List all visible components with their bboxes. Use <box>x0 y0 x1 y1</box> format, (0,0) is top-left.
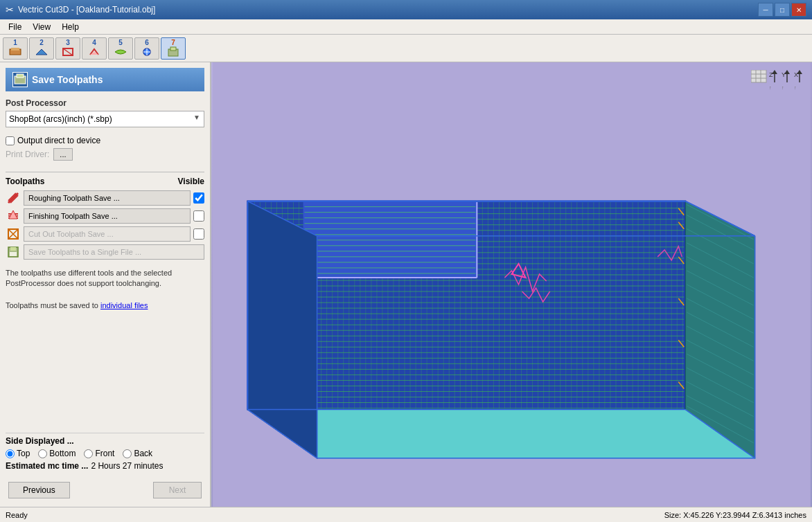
bottom-radio-label: Bottom <box>49 449 76 458</box>
step-buttons: 1 2 3 4 5 6 7 <box>3 37 186 60</box>
3d-block-svg <box>211 62 812 507</box>
window-controls: ─ □ ✕ <box>758 3 806 17</box>
toolpaths-header-label: Toolpaths <box>6 177 44 186</box>
output-direct-checkbox[interactable] <box>6 136 15 145</box>
roughing-visible-checkbox[interactable] <box>193 192 204 204</box>
left-panel: Save Toolpaths Post Processor ShopBot (a… <box>0 62 211 507</box>
menu-view[interactable]: View <box>27 21 56 33</box>
ready-status: Ready <box>6 511 28 519</box>
step-5-button[interactable]: 5 <box>108 37 133 60</box>
finishing-icon <box>6 208 21 224</box>
estimated-label: Estimated mc time ... <box>6 461 88 471</box>
individual-files-link[interactable]: individual files <box>100 301 148 309</box>
svg-marker-143 <box>303 201 477 278</box>
output-direct-label: Output direct to device <box>17 136 100 145</box>
files-note-prefix: Toolpaths must be saved to <box>6 301 100 309</box>
visible-header-label: Visible <box>178 177 204 186</box>
post-processor-section: Post Processor ShopBot (arcs)(inch) (*.s… <box>6 98 204 168</box>
svg-rect-8 <box>170 47 176 51</box>
viewport[interactable]: Z Y X ↑ ↑ ↑ <box>211 62 812 507</box>
post-processor-select[interactable]: ShopBot (arcs)(inch) (*.sbp)ShopBot (inc… <box>6 111 204 127</box>
top-radio-label: Top <box>17 449 30 458</box>
nav-buttons: Previous Next <box>6 476 204 501</box>
files-note: Toolpaths must be saved to individual fi… <box>6 300 204 311</box>
finishing-visible-checkbox[interactable] <box>193 210 204 222</box>
3d-view: Z Y X ↑ ↑ ↑ <box>211 62 812 507</box>
close-button[interactable]: ✕ <box>791 3 806 17</box>
svg-line-3 <box>63 48 73 55</box>
post-processor-select-wrapper: ShopBot (arcs)(inch) (*.sbp)ShopBot (inc… <box>6 111 204 132</box>
step-4-button[interactable]: 4 <box>82 37 107 60</box>
step-1-button[interactable]: 1 <box>3 37 28 60</box>
panel-title: Save Toolpaths <box>6 68 204 91</box>
svg-rect-16 <box>10 252 17 256</box>
svg-rect-1 <box>11 48 19 51</box>
estimated-value: 2 Hours 27 minutes <box>91 461 163 471</box>
finishing-toolpath-row: Finishing Toolpath Save ... <box>6 208 204 224</box>
axis-svg: Z Y X ↑ ↑ ↑ <box>751 70 806 108</box>
menubar: File View Help <box>0 19 812 35</box>
svg-text:↑: ↑ <box>782 85 784 90</box>
roughing-icon <box>6 190 21 206</box>
minimize-button[interactable]: ─ <box>758 3 773 17</box>
toolpaths-section: Toolpaths Visible Roughing Toolpath Save… <box>6 177 204 262</box>
svg-text:Z: Z <box>769 71 773 78</box>
svg-marker-184 <box>247 410 754 458</box>
print-driver-button[interactable]: ... <box>53 148 72 161</box>
svg-text:↑: ↑ <box>794 85 797 90</box>
menu-file[interactable]: File <box>3 21 27 33</box>
side-radio-row: Top Bottom Front Back <box>6 449 204 458</box>
print-driver-row: Print Driver: ... <box>6 148 204 161</box>
app-icon: ✂ <box>6 4 14 15</box>
main-layout: Save Toolpaths Post Processor ShopBot (a… <box>0 62 812 507</box>
bottom-radio-group: Bottom <box>38 449 76 458</box>
step-3-button[interactable]: 3 <box>55 37 80 60</box>
step-2-button[interactable]: 2 <box>29 37 54 60</box>
axis-indicator: Z Y X ↑ ↑ ↑ <box>751 68 806 109</box>
front-radio-group: Front <box>84 449 114 458</box>
back-radio-label: Back <box>134 449 152 458</box>
window-title: Vectric Cut3D - [Oakland-Tutorial.obj] <box>18 5 758 15</box>
maximize-button[interactable]: □ <box>775 3 790 17</box>
back-radio-group: Back <box>123 449 152 458</box>
side-displayed-section: Side Displayed ... Top Bottom Front Back <box>6 436 204 471</box>
previous-button[interactable]: Previous <box>8 482 70 498</box>
menu-help[interactable]: Help <box>56 21 85 33</box>
cutout-icon <box>6 226 21 242</box>
svg-rect-15 <box>10 247 16 251</box>
output-direct-row: Output direct to device <box>6 136 204 145</box>
top-radio-group: Top <box>6 449 30 458</box>
divider-1 <box>6 172 204 172</box>
svg-text:↑: ↑ <box>769 85 772 90</box>
back-radio[interactable] <box>123 449 132 458</box>
finishing-toolpath-button[interactable]: Finishing Toolpath Save ... <box>24 208 191 224</box>
svg-rect-197 <box>751 70 766 82</box>
panel-title-text: Save Toolpaths <box>32 74 103 85</box>
post-processor-label: Post Processor <box>6 98 204 108</box>
titlebar: ✂ Vectric Cut3D - [Oakland-Tutorial.obj]… <box>0 0 812 19</box>
step-7-button[interactable]: 7 <box>161 37 186 60</box>
cutout-toolpath-row: Cut Out Toolpath Save ... <box>6 226 204 242</box>
warning-text: The toolpaths use different tools and th… <box>6 268 204 289</box>
front-radio-label: Front <box>95 449 114 458</box>
cutout-visible-checkbox[interactable] <box>193 228 204 240</box>
svg-rect-10 <box>17 74 24 78</box>
bottom-radio[interactable] <box>38 449 47 458</box>
statusbar: Ready Size: X:45.226 Y:23.9944 Z:6.3413 … <box>0 507 812 522</box>
size-info: Size: X:45.226 Y:23.9944 Z:6.3413 inches <box>664 511 806 519</box>
front-radio[interactable] <box>84 449 93 458</box>
next-button[interactable]: Next <box>153 482 202 498</box>
roughing-toolpath-button[interactable]: Roughing Toolpath Save ... <box>24 190 191 206</box>
svg-text:X: X <box>794 71 798 78</box>
save-icon <box>6 244 21 260</box>
save-single-button[interactable]: Save Toolpaths to a Single File ... <box>24 244 204 260</box>
side-displayed-label: Side Displayed ... <box>6 436 204 446</box>
toolbar: 1 2 3 4 5 6 7 <box>0 35 812 62</box>
cutout-toolpath-button[interactable]: Cut Out Toolpath Save ... <box>24 226 191 242</box>
step-6-button[interactable]: 6 <box>134 37 159 60</box>
top-radio[interactable] <box>6 449 15 458</box>
print-driver-label: Print Driver: <box>6 150 49 159</box>
roughing-toolpath-row: Roughing Toolpath Save ... <box>6 190 204 206</box>
divider-2 <box>6 433 204 433</box>
save-single-row: Save Toolpaths to a Single File ... <box>6 244 204 260</box>
